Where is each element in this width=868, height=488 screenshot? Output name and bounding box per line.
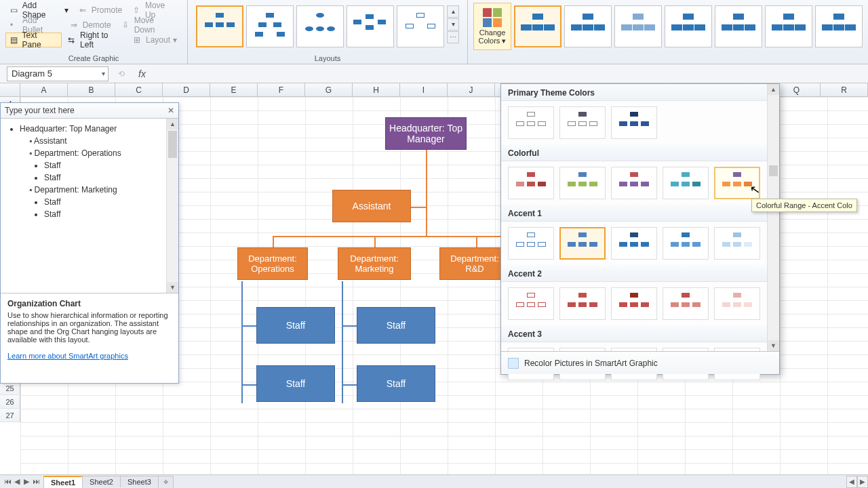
rtl-icon: ⇆ xyxy=(68,35,77,45)
node-staff[interactable]: Staff xyxy=(256,365,335,402)
arrow-left-icon: ⇐ xyxy=(79,5,89,15)
color-swatch-selected[interactable] xyxy=(559,227,606,260)
ribbon: ▭Add Shape ▾ ⇐Promote ⇧Move Up •Add Bull… xyxy=(0,0,868,64)
color-swatch[interactable] xyxy=(508,106,554,139)
node-dept-rnd[interactable]: Department: R&D xyxy=(439,247,510,280)
layout-button[interactable]: ⊞Layout ▾ xyxy=(129,33,182,47)
layout-thumb-3[interactable] xyxy=(296,5,344,47)
layout-thumb-1[interactable] xyxy=(196,5,243,47)
dropdown-footer[interactable]: Recolor Pictures in SmartArt Graphic xyxy=(501,351,779,374)
name-box[interactable]: Diagram 5 xyxy=(7,66,108,81)
col-header[interactable]: B xyxy=(68,83,115,96)
outline-item[interactable]: Assistant xyxy=(29,135,176,147)
sheet-tab-3[interactable]: Sheet3 xyxy=(120,476,159,487)
col-header[interactable]: J xyxy=(448,83,495,96)
node-staff[interactable]: Staff xyxy=(357,365,435,402)
smartart-text-pane[interactable]: Type your text here ✕ Headquarter: Top M… xyxy=(0,102,179,384)
outline-item[interactable]: Department: Marketing xyxy=(29,184,176,196)
col-header[interactable]: A xyxy=(20,83,68,96)
row-header[interactable]: 26 xyxy=(0,395,20,409)
promote-button[interactable]: ⇐Promote xyxy=(75,3,127,18)
color-swatch[interactable] xyxy=(559,106,606,139)
layout-thumb-5[interactable] xyxy=(397,5,444,47)
color-swatch[interactable] xyxy=(611,167,657,199)
node-staff[interactable]: Staff xyxy=(357,307,435,344)
section-primary-theme: Primary Theme Colors xyxy=(501,84,779,101)
formula-bar: Diagram 5 ⟲ fx xyxy=(0,64,868,83)
style-thumb-2[interactable] xyxy=(564,5,612,47)
style-thumb-5[interactable] xyxy=(715,5,762,47)
text-pane-icon: ▤ xyxy=(10,35,20,45)
col-header[interactable]: C xyxy=(115,83,163,96)
col-header[interactable]: D xyxy=(163,83,210,96)
right-to-left-button[interactable]: ⇆Right to Left xyxy=(63,33,127,47)
section-accent2: Accent 2 xyxy=(501,265,779,282)
outline-item[interactable]: Headquarter: Top Manager xyxy=(20,123,176,135)
col-header[interactable]: Q xyxy=(773,83,821,96)
change-colors-button[interactable]: Change Colors ▾ xyxy=(473,3,511,50)
color-swatch[interactable] xyxy=(508,167,554,199)
close-icon[interactable]: ✕ xyxy=(167,106,174,115)
node-headquarter[interactable]: Headquarter: Top Manager xyxy=(385,117,467,150)
outline-item[interactable]: Staff xyxy=(44,159,176,171)
new-sheet-tab[interactable]: ✧ xyxy=(158,476,174,488)
color-swatch[interactable] xyxy=(714,227,760,260)
connector xyxy=(426,144,427,236)
node-dept-operations[interactable]: Department: Operations xyxy=(237,247,308,280)
dropdown-scrollbar[interactable]: ▲▼ xyxy=(767,84,779,351)
row-header[interactable]: 25 xyxy=(0,382,20,395)
node-staff[interactable]: Staff xyxy=(256,307,335,344)
color-swatch[interactable] xyxy=(508,287,554,320)
color-swatch[interactable] xyxy=(663,167,709,199)
col-header[interactable]: F xyxy=(258,83,305,96)
sheet-tab-2[interactable]: Sheet2 xyxy=(82,476,121,487)
text-pane-scrollbar[interactable]: ▲▼ xyxy=(166,119,178,293)
color-swatch[interactable] xyxy=(714,287,760,320)
fx-icon[interactable]: fx xyxy=(138,68,146,79)
style-thumb-7[interactable] xyxy=(815,5,863,47)
color-swatch[interactable] xyxy=(611,287,657,320)
row-header[interactable]: 27 xyxy=(0,409,20,422)
sheet-tab-1[interactable]: Sheet1 xyxy=(43,476,83,488)
outline-item[interactable]: Staff xyxy=(44,208,176,220)
sheet-tabs: ⏮◀▶⏭ Sheet1 Sheet2 Sheet3 ✧ ◀▶ xyxy=(0,474,868,488)
style-thumb-4[interactable] xyxy=(665,5,712,47)
color-swatch[interactable] xyxy=(559,167,606,199)
layout-thumb-2[interactable] xyxy=(246,5,294,47)
color-swatch[interactable] xyxy=(663,227,709,260)
style-thumb-6[interactable] xyxy=(765,5,812,47)
col-header[interactable]: G xyxy=(305,83,353,96)
connector xyxy=(374,236,376,248)
section-accent3: Accent 3 xyxy=(501,325,779,342)
tab-nav[interactable]: ⏮◀▶⏭ xyxy=(0,477,43,486)
learn-more-link[interactable]: Learn more about SmartArt graphics xyxy=(7,352,128,360)
style-thumb-3[interactable] xyxy=(614,5,662,47)
layout-thumb-4[interactable] xyxy=(347,5,394,47)
node-dept-marketing[interactable]: Department: Marketing xyxy=(338,247,411,280)
horizontal-scroll[interactable]: ◀▶ xyxy=(846,476,868,488)
section-accent1: Accent 1 xyxy=(501,205,779,222)
color-swatch[interactable] xyxy=(611,106,657,139)
text-pane-toggle[interactable]: ▤Text Pane xyxy=(5,33,62,47)
col-header[interactable]: R xyxy=(821,83,868,96)
color-swatch[interactable] xyxy=(611,227,657,260)
outline-item[interactable]: Staff xyxy=(44,196,176,208)
outline-item[interactable]: Staff xyxy=(44,171,176,184)
recolor-icon xyxy=(508,358,519,369)
layout-gallery-more[interactable]: ▴▾⋯ xyxy=(447,5,459,43)
change-colors-dropdown[interactable]: Primary Theme Colors Colorful Accent 1 A… xyxy=(500,83,780,375)
text-pane-body[interactable]: Headquarter: Top Manager Assistant Depar… xyxy=(1,119,178,293)
col-header[interactable]: I xyxy=(400,83,448,96)
style-thumb-1[interactable] xyxy=(514,5,561,47)
node-assistant[interactable]: Assistant xyxy=(332,190,411,222)
move-down-button[interactable]: ⇩Move Down xyxy=(117,18,182,33)
col-header[interactable]: E xyxy=(210,83,258,96)
color-swatch[interactable] xyxy=(559,287,606,320)
color-swatch[interactable] xyxy=(508,227,554,260)
col-header[interactable]: H xyxy=(353,83,400,96)
group-label-layouts: Layouts xyxy=(188,54,467,62)
color-swatch[interactable] xyxy=(663,287,709,320)
text-pane-description: Organization Chart Use to show hierarchi… xyxy=(1,293,178,365)
select-all-corner[interactable] xyxy=(0,83,20,96)
outline-item[interactable]: Department: Operations xyxy=(29,147,176,159)
